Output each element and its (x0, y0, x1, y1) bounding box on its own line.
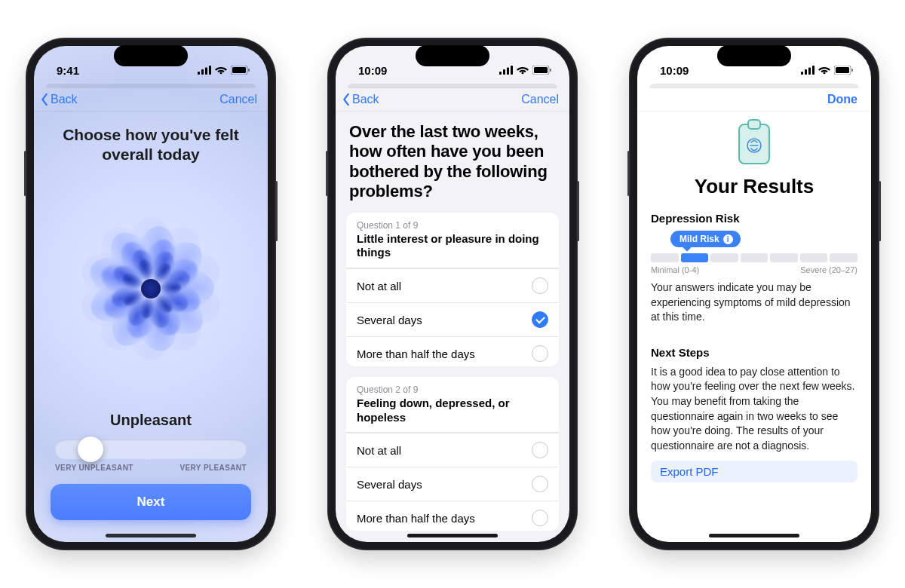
back-label: Back (51, 93, 78, 106)
mood-prompt-title: Choose how you've felt overall today (34, 112, 268, 168)
answer-option[interactable]: More than half the days (346, 336, 559, 366)
radio-icon[interactable] (532, 442, 548, 458)
export-pdf-button[interactable]: Export PDF (651, 461, 857, 482)
answer-label: Not at all (357, 280, 401, 292)
cellular-icon (801, 66, 814, 75)
risk-summary: Your answers indicate you may be experie… (651, 280, 857, 325)
radio-icon[interactable] (532, 277, 548, 294)
home-indicator[interactable] (709, 534, 799, 537)
radio-icon[interactable] (532, 510, 548, 526)
phone-mood-logging: 9:41 Back Cancel Choose how you've felt … (26, 38, 276, 550)
next-steps-body: It is a good idea to pay close attention… (651, 365, 857, 454)
phone-results: 10:09 Done Your Res (629, 38, 879, 550)
mood-slider[interactable] (55, 439, 247, 459)
risk-bar-labels: Minimal (0-4) Severe (20–27) (651, 265, 857, 274)
status-time: 9:41 (57, 64, 79, 77)
svg-rect-19 (836, 67, 849, 73)
clipboard-brain-icon (732, 116, 776, 169)
sheet-header: Back Cancel (336, 87, 569, 112)
screen-questionnaire: 10:09 Back Cancel Over the last two week… (336, 46, 569, 542)
status-time: 10:09 (660, 64, 689, 77)
question-list[interactable]: Question 1 of 9Little interest or pleasu… (336, 213, 569, 531)
wifi-icon (818, 66, 830, 75)
answer-label: More than half the days (357, 348, 475, 360)
answer-label: Several days (357, 478, 422, 491)
answer-option[interactable]: Several days (346, 467, 559, 501)
risk-pill[interactable]: Mild Risk i (670, 231, 741, 247)
risk-pill-label: Mild Risk (680, 234, 719, 244)
home-indicator[interactable] (407, 534, 498, 537)
answer-option[interactable]: More than half the days (346, 501, 559, 531)
screen-results: 10:09 Done Your Res (637, 46, 871, 542)
answer-label: More than half the days (357, 512, 475, 525)
answer-label: Not at all (357, 444, 401, 457)
svg-rect-16 (808, 68, 811, 75)
back-button[interactable]: Back (40, 93, 78, 106)
battery-icon (231, 66, 250, 75)
svg-rect-17 (812, 66, 814, 75)
radio-icon[interactable] (532, 476, 548, 492)
risk-bar (651, 253, 857, 262)
cancel-button[interactable]: Cancel (219, 93, 257, 106)
risk-bar-max: Severe (20–27) (800, 265, 857, 274)
question-card: Question 1 of 9Little interest or pleasu… (346, 213, 559, 366)
mood-illustration (34, 168, 268, 408)
slider-max-label: VERY PLEASANT (179, 464, 247, 472)
radio-checked-icon[interactable] (532, 311, 548, 328)
svg-rect-22 (748, 120, 760, 129)
dynamic-island (114, 45, 188, 66)
question-header: Question 1 of 9Little interest or pleasu… (346, 213, 559, 269)
chevron-left-icon (40, 93, 49, 106)
svg-rect-13 (550, 69, 551, 72)
radio-icon[interactable] (532, 345, 548, 362)
svg-rect-2 (205, 68, 207, 75)
risk-seg (800, 253, 828, 262)
svg-rect-15 (805, 69, 807, 75)
next-steps-heading: Next Steps (651, 346, 857, 359)
results-title: Your Results (651, 175, 857, 198)
status-icons (499, 66, 551, 75)
next-button[interactable]: Next (51, 484, 251, 520)
svg-rect-21 (739, 124, 769, 164)
question-text: Feeling down, depressed, or hopeless (357, 397, 548, 425)
home-indicator[interactable] (106, 534, 196, 537)
wifi-icon (215, 66, 227, 75)
chevron-left-icon (342, 93, 351, 106)
risk-pill-row: Mild Risk i (651, 231, 857, 250)
slider-knob[interactable] (78, 436, 103, 462)
svg-rect-12 (534, 67, 548, 73)
battery-icon (532, 66, 551, 75)
risk-seg (710, 253, 738, 262)
slider-range-labels: VERY UNPLEASANT VERY PLEASANT (55, 464, 247, 472)
phone-questionnaire: 10:09 Back Cancel Over the last two week… (327, 38, 578, 550)
svg-rect-7 (499, 72, 502, 75)
wifi-icon (517, 66, 529, 75)
risk-heading: Depression Risk (651, 212, 857, 225)
mood-value-label: Unpleasant (34, 412, 268, 429)
status-icons (198, 66, 250, 75)
answer-option[interactable]: Not at all (346, 268, 559, 302)
svg-rect-6 (248, 69, 250, 72)
question-card: Question 2 of 9Feeling down, depressed, … (346, 377, 559, 531)
cancel-button[interactable]: Cancel (521, 93, 559, 106)
battery-icon (834, 66, 853, 75)
question-step: Question 2 of 9 (357, 384, 548, 395)
answer-option[interactable]: Several days (346, 302, 559, 336)
svg-rect-5 (232, 67, 246, 73)
back-label: Back (352, 93, 379, 106)
svg-rect-8 (503, 69, 505, 75)
back-button[interactable]: Back (342, 93, 379, 106)
dynamic-island (717, 45, 791, 66)
cellular-icon (198, 66, 211, 75)
slider-min-label: VERY UNPLEASANT (55, 464, 133, 472)
info-icon[interactable]: i (723, 234, 733, 244)
done-button[interactable]: Done (827, 93, 857, 106)
svg-rect-20 (851, 69, 853, 72)
answer-option[interactable]: Not at all (346, 433, 559, 467)
svg-rect-0 (198, 72, 200, 75)
status-icons (801, 66, 853, 75)
svg-rect-1 (201, 69, 204, 75)
svg-rect-9 (507, 68, 509, 75)
dynamic-island (416, 45, 489, 66)
sheet-header: Back Cancel (34, 87, 268, 112)
